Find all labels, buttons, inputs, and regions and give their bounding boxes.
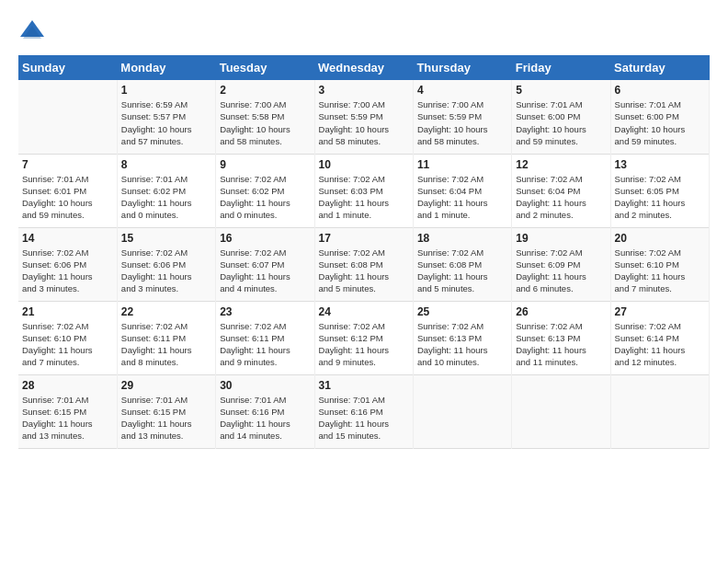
page-header <box>18 18 710 46</box>
calendar-cell: 16Sunrise: 7:02 AM Sunset: 6:07 PM Dayli… <box>216 227 314 301</box>
calendar-cell: 10Sunrise: 7:02 AM Sunset: 6:03 PM Dayli… <box>314 154 413 227</box>
day-number: 18 <box>417 232 507 245</box>
calendar-cell: 23Sunrise: 7:02 AM Sunset: 6:11 PM Dayli… <box>216 301 314 374</box>
day-number: 30 <box>220 379 310 392</box>
calendar-cell: 29Sunrise: 7:01 AM Sunset: 6:15 PM Dayli… <box>117 374 215 448</box>
calendar-cell: 18Sunrise: 7:02 AM Sunset: 6:08 PM Dayli… <box>413 227 511 301</box>
day-info: Sunrise: 7:01 AM Sunset: 6:01 PM Dayligh… <box>22 173 113 222</box>
calendar-table: SundayMondayTuesdayWednesdayThursdayFrid… <box>18 55 710 449</box>
calendar-cell: 12Sunrise: 7:02 AM Sunset: 6:04 PM Dayli… <box>512 154 610 227</box>
day-number: 25 <box>417 305 507 318</box>
day-number: 27 <box>615 305 705 318</box>
day-info: Sunrise: 7:01 AM Sunset: 6:00 PM Dayligh… <box>615 98 705 147</box>
calendar-cell: 30Sunrise: 7:01 AM Sunset: 6:16 PM Dayli… <box>216 374 314 448</box>
calendar-cell <box>18 80 117 154</box>
calendar-cell: 17Sunrise: 7:02 AM Sunset: 6:08 PM Dayli… <box>314 227 413 301</box>
calendar-cell: 11Sunrise: 7:02 AM Sunset: 6:04 PM Dayli… <box>413 154 511 227</box>
day-info: Sunrise: 7:00 AM Sunset: 5:59 PM Dayligh… <box>417 98 507 147</box>
day-info: Sunrise: 7:02 AM Sunset: 6:06 PM Dayligh… <box>121 247 211 295</box>
day-info: Sunrise: 7:02 AM Sunset: 6:06 PM Dayligh… <box>22 247 113 295</box>
day-info: Sunrise: 7:02 AM Sunset: 6:11 PM Dayligh… <box>121 320 211 369</box>
calendar-cell: 24Sunrise: 7:02 AM Sunset: 6:12 PM Dayli… <box>314 301 413 374</box>
day-number: 31 <box>319 379 409 392</box>
calendar-cell: 26Sunrise: 7:02 AM Sunset: 6:13 PM Dayli… <box>512 301 610 374</box>
day-header-wednesday: Wednesday <box>314 55 413 80</box>
day-number: 1 <box>121 84 211 97</box>
day-number: 29 <box>121 379 211 392</box>
day-info: Sunrise: 7:02 AM Sunset: 6:11 PM Dayligh… <box>220 320 310 369</box>
logo-icon <box>18 18 46 46</box>
page-container: SundayMondayTuesdayWednesdayThursdayFrid… <box>0 0 728 458</box>
day-info: Sunrise: 7:02 AM Sunset: 6:10 PM Dayligh… <box>22 320 113 369</box>
calendar-cell: 13Sunrise: 7:02 AM Sunset: 6:05 PM Dayli… <box>610 154 709 227</box>
day-info: Sunrise: 7:02 AM Sunset: 6:09 PM Dayligh… <box>516 247 606 295</box>
day-info: Sunrise: 7:01 AM Sunset: 6:00 PM Dayligh… <box>516 98 606 147</box>
day-info: Sunrise: 7:01 AM Sunset: 6:15 PM Dayligh… <box>121 394 211 442</box>
day-info: Sunrise: 7:02 AM Sunset: 6:04 PM Dayligh… <box>417 173 507 222</box>
week-row-1: 1Sunrise: 6:59 AM Sunset: 5:57 PM Daylig… <box>18 80 710 154</box>
day-header-monday: Monday <box>117 55 215 80</box>
day-info: Sunrise: 7:02 AM Sunset: 6:02 PM Dayligh… <box>220 173 310 222</box>
calendar-cell: 1Sunrise: 6:59 AM Sunset: 5:57 PM Daylig… <box>117 80 215 154</box>
day-number: 7 <box>22 158 113 171</box>
calendar-cell: 2Sunrise: 7:00 AM Sunset: 5:58 PM Daylig… <box>216 80 314 154</box>
calendar-cell: 9Sunrise: 7:02 AM Sunset: 6:02 PM Daylig… <box>216 154 314 227</box>
calendar-cell <box>413 374 511 448</box>
day-header-tuesday: Tuesday <box>216 55 314 80</box>
day-info: Sunrise: 7:01 AM Sunset: 6:16 PM Dayligh… <box>319 394 409 442</box>
calendar-cell <box>512 374 610 448</box>
day-info: Sunrise: 7:01 AM Sunset: 6:16 PM Dayligh… <box>220 394 310 442</box>
calendar-cell: 31Sunrise: 7:01 AM Sunset: 6:16 PM Dayli… <box>314 374 413 448</box>
day-number: 13 <box>615 158 705 171</box>
logo <box>18 18 50 46</box>
day-header-friday: Friday <box>512 55 610 80</box>
day-number: 3 <box>319 84 409 97</box>
calendar-cell: 3Sunrise: 7:00 AM Sunset: 5:59 PM Daylig… <box>314 80 413 154</box>
day-info: Sunrise: 7:02 AM Sunset: 6:12 PM Dayligh… <box>319 320 409 369</box>
day-number: 15 <box>121 232 211 245</box>
day-info: Sunrise: 7:02 AM Sunset: 6:04 PM Dayligh… <box>516 173 606 222</box>
day-header-saturday: Saturday <box>610 55 709 80</box>
day-number: 14 <box>22 232 113 245</box>
day-number: 20 <box>615 232 705 245</box>
day-info: Sunrise: 7:02 AM Sunset: 6:13 PM Dayligh… <box>417 320 507 369</box>
calendar-cell: 5Sunrise: 7:01 AM Sunset: 6:00 PM Daylig… <box>512 80 610 154</box>
calendar-cell: 15Sunrise: 7:02 AM Sunset: 6:06 PM Dayli… <box>117 227 215 301</box>
header-row: SundayMondayTuesdayWednesdayThursdayFrid… <box>18 55 710 80</box>
day-number: 23 <box>220 305 310 318</box>
day-number: 21 <box>22 305 113 318</box>
calendar-cell: 28Sunrise: 7:01 AM Sunset: 6:15 PM Dayli… <box>18 374 117 448</box>
day-number: 11 <box>417 158 507 171</box>
day-info: Sunrise: 7:02 AM Sunset: 6:05 PM Dayligh… <box>615 173 705 222</box>
day-info: Sunrise: 7:01 AM Sunset: 6:02 PM Dayligh… <box>121 173 211 222</box>
day-info: Sunrise: 7:02 AM Sunset: 6:08 PM Dayligh… <box>417 247 507 295</box>
day-info: Sunrise: 7:01 AM Sunset: 6:15 PM Dayligh… <box>22 394 113 442</box>
day-number: 6 <box>615 84 705 97</box>
day-header-sunday: Sunday <box>18 55 117 80</box>
week-row-5: 28Sunrise: 7:01 AM Sunset: 6:15 PM Dayli… <box>18 374 710 448</box>
calendar-cell: 8Sunrise: 7:01 AM Sunset: 6:02 PM Daylig… <box>117 154 215 227</box>
calendar-cell: 25Sunrise: 7:02 AM Sunset: 6:13 PM Dayli… <box>413 301 511 374</box>
calendar-cell: 27Sunrise: 7:02 AM Sunset: 6:14 PM Dayli… <box>610 301 709 374</box>
calendar-cell: 4Sunrise: 7:00 AM Sunset: 5:59 PM Daylig… <box>413 80 511 154</box>
day-number: 5 <box>516 84 606 97</box>
day-number: 10 <box>319 158 409 171</box>
day-info: Sunrise: 7:02 AM Sunset: 6:07 PM Dayligh… <box>220 247 310 295</box>
calendar-cell: 20Sunrise: 7:02 AM Sunset: 6:10 PM Dayli… <box>610 227 709 301</box>
week-row-4: 21Sunrise: 7:02 AM Sunset: 6:10 PM Dayli… <box>18 301 710 374</box>
calendar-cell: 14Sunrise: 7:02 AM Sunset: 6:06 PM Dayli… <box>18 227 117 301</box>
day-info: Sunrise: 7:02 AM Sunset: 6:08 PM Dayligh… <box>319 247 409 295</box>
day-number: 16 <box>220 232 310 245</box>
calendar-cell: 21Sunrise: 7:02 AM Sunset: 6:10 PM Dayli… <box>18 301 117 374</box>
day-info: Sunrise: 7:00 AM Sunset: 5:59 PM Dayligh… <box>319 98 409 147</box>
day-header-thursday: Thursday <box>413 55 511 80</box>
day-number: 26 <box>516 305 606 318</box>
day-number: 17 <box>319 232 409 245</box>
day-number: 24 <box>319 305 409 318</box>
day-number: 12 <box>516 158 606 171</box>
calendar-cell <box>610 374 709 448</box>
day-number: 28 <box>22 379 113 392</box>
day-info: Sunrise: 7:02 AM Sunset: 6:03 PM Dayligh… <box>319 173 409 222</box>
calendar-header: SundayMondayTuesdayWednesdayThursdayFrid… <box>18 55 710 80</box>
day-number: 2 <box>220 84 310 97</box>
